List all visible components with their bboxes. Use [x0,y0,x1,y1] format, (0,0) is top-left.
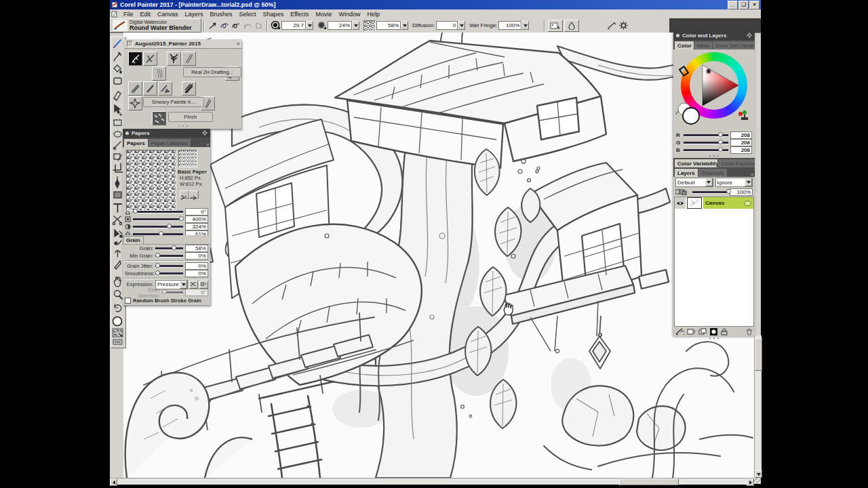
brush-item[interactable] [158,81,172,96]
eraser-tool[interactable] [114,92,121,100]
gear-icon[interactable] [618,20,629,30]
diffusion-field[interactable]: 0 [436,21,458,30]
horizontal-scroll-thumb[interactable] [619,479,679,485]
red-slider[interactable] [684,134,728,137]
brush-item[interactable] [152,111,166,125]
wet-fringe-field[interactable]: 100% [498,21,521,30]
gradient-swatch[interactable] [113,340,122,344]
opacity-icon[interactable] [317,20,327,30]
crop-tool[interactable] [113,163,123,172]
size-spinner[interactable] [306,21,313,30]
paper-rotation-value[interactable]: 0° [185,208,208,216]
scissors-tool[interactable] [113,216,121,225]
size-icon[interactable] [271,20,281,30]
tab-paper-libraries[interactable]: Paper Libraries [149,139,191,147]
perspective-stroke-icon[interactable] [254,20,264,30]
knife-tool[interactable] [115,261,121,269]
smoothness-slider[interactable] [155,272,183,275]
scroll-left-arrow[interactable] [110,479,117,486]
palette-resize-dots[interactable] [172,124,194,128]
shape-edit-tool[interactable] [115,230,122,237]
layer-opacity-value[interactable]: 100% [730,188,753,196]
duplicate-layer-icon[interactable] [698,328,707,336]
papers-gear-icon[interactable] [202,130,208,137]
close-button[interactable]: × [749,1,760,9]
opacity-spinner[interactable] [352,21,359,30]
main-color-swatch[interactable] [683,108,699,124]
green-value[interactable]: 208 [730,139,752,146]
invert-paper-button[interactable] [180,190,189,199]
paper-swatch-thumb[interactable] [178,150,197,167]
horizontal-scrollbar[interactable] [110,478,754,485]
magnifier-tool[interactable] [115,291,123,300]
scroll-down-arrow[interactable] [755,470,762,478]
tab-mixer[interactable]: Mixer [694,41,712,49]
tab-grain[interactable]: Grain [123,236,144,244]
expression-dropdown[interactable]: Pressure [155,280,188,289]
wet-fringe-spinner[interactable] [521,21,529,30]
palette-button-pinch[interactable]: Pinch [168,112,213,122]
expression-invert-button[interactable] [189,281,198,289]
brush-item[interactable] [143,81,157,96]
smoothness-value[interactable]: 0% [185,270,208,277]
watercolor-layer-button[interactable] [564,20,579,32]
lock-layer-icon[interactable] [721,328,728,336]
vertical-scroll-thumb[interactable] [755,338,762,371]
rect-select-tool[interactable] [114,120,121,125]
layer-row-canvas[interactable]: Canvas [675,197,753,209]
minimize-button[interactable]: _ [728,1,738,9]
brush-item[interactable] [152,66,166,81]
lasso-tool[interactable] [114,142,121,150]
size-field[interactable]: 29.7 [281,21,306,30]
paper-swatch[interactable] [113,329,123,337]
layer-visibility-cell[interactable] [675,197,686,209]
menu-select[interactable]: Select [236,11,260,18]
menu-shapes[interactable]: Shapes [260,11,288,18]
palette-button-smeary-palette[interactable]: Smeary Palette K... [143,97,204,107]
resize-grip[interactable] [754,478,761,484]
menu-window[interactable]: Window [336,11,364,18]
straight-stroke-icon[interactable] [231,20,241,30]
oval-select-tool[interactable] [114,131,121,137]
grabber-hand-tool[interactable] [115,277,121,287]
paper-contrast-slider[interactable] [133,226,183,228]
palette-button-real-2h-drafting[interactable]: Real 2H Drafting... [183,67,241,77]
min-grain-slider[interactable] [155,255,183,258]
layer-opacity-slider[interactable] [692,191,728,194]
tab-color[interactable]: Color [675,41,694,49]
grain-swatch-icon[interactable] [363,20,376,31]
dropper-tool[interactable] [114,53,121,61]
papers-panel-header[interactable]: Papers [123,129,210,138]
brush-item[interactable] [182,81,196,96]
papers-options-icon[interactable]: ≡ [206,142,209,147]
brush-item[interactable] [128,96,142,110]
paint-bucket-tool[interactable] [114,65,121,73]
layer-dynamics-icon[interactable] [675,328,684,336]
vertical-scrollbar[interactable] [754,336,762,478]
align-stroke-icon[interactable] [242,20,252,30]
tab-color-expression[interactable]: Color Express [718,159,755,167]
dock-resize-dots[interactable] [673,336,755,340]
grain-jitter-value[interactable]: 0% [185,262,208,270]
green-slider[interactable] [684,142,728,144]
clone-color-stamp-icon[interactable] [738,110,748,120]
tab-color-set[interactable]: Color Set Librarie [713,41,755,49]
tab-papers[interactable]: Papers [124,139,148,147]
dock-header[interactable]: Color and Layers [673,31,755,40]
brush-selector[interactable]: Digital Watercolor Round Water Blender [110,18,201,33]
menu-brushes[interactable]: Brushes [207,11,236,18]
blue-slider[interactable] [684,149,728,152]
new-layer-icon[interactable] [687,328,696,336]
grain-field[interactable]: 58% [376,21,401,30]
menu-help[interactable]: Help [364,11,384,18]
restore-button[interactable]: ❏ [738,1,749,9]
diffusion-spinner[interactable] [458,21,465,30]
layer-lock-indicator[interactable] [744,201,751,206]
menu-edit[interactable]: Edit [137,11,155,18]
menu-layers[interactable]: Layers [182,11,207,18]
brush-item[interactable] [128,81,142,96]
opacity-field[interactable]: 24% [328,21,352,30]
brush-calibration-icon[interactable] [607,20,617,30]
text-tool[interactable] [114,204,121,212]
brush-tool[interactable] [114,40,121,47]
